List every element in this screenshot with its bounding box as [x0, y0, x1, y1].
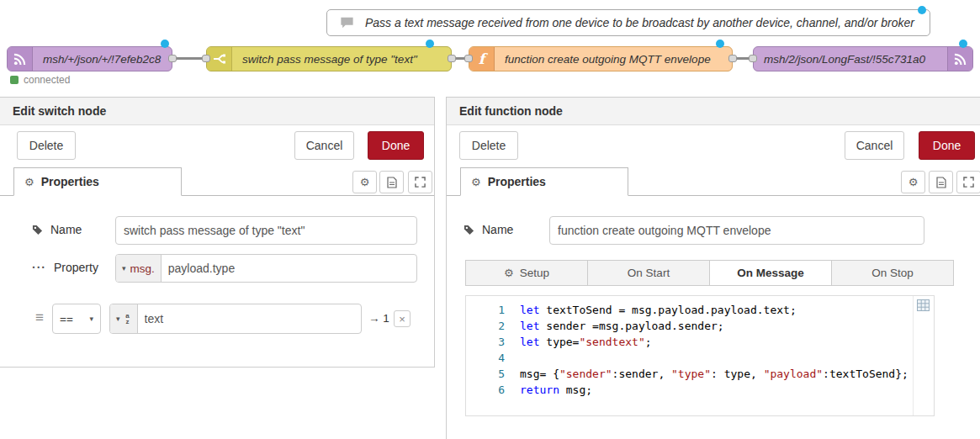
tab-setup-label: Setup: [520, 267, 549, 279]
caret-down-icon: ▾: [116, 315, 120, 323]
caret-down-icon: ▾: [89, 315, 93, 323]
code-line[interactable]: msg= {"sender":sender, "type": type, "pa…: [520, 366, 930, 382]
status-connected-icon: [10, 76, 19, 84]
changed-indicator-dot: [716, 40, 724, 48]
rule-operator-value: ==: [60, 313, 73, 325]
mqtt-out-node-label: msh/2/json/LongFast/!55c731a0: [754, 53, 947, 66]
name-label-text: Name: [50, 223, 82, 236]
mqtt-in-status: connected: [10, 74, 70, 86]
code-line[interactable]: return msg;: [520, 382, 930, 398]
tab-setup[interactable]: ⚙ Setup: [465, 260, 588, 286]
document-icon: [936, 177, 946, 188]
code-lines[interactable]: let textToSend = msg.payload.payload.tex…: [520, 302, 930, 398]
rule-type-button[interactable]: ▾ az: [110, 304, 138, 333]
tab-properties-label: Properties: [488, 175, 546, 188]
switch-editor-panel: Edit switch node Delete Cancel Done ⚙ Pr…: [0, 97, 435, 368]
mqtt-in-node[interactable]: msh/+/json/+/!7efeb2c8: [7, 46, 172, 71]
output-port[interactable]: [728, 55, 737, 62]
rule-value-typed-input[interactable]: ▾ az: [109, 304, 362, 334]
gear-icon: ⚙: [908, 177, 919, 188]
cancel-button[interactable]: Cancel: [845, 131, 904, 160]
tab-on-stop[interactable]: On Stop: [831, 260, 954, 286]
switch-node-label: switch pass message of type "text": [232, 53, 427, 66]
output-port[interactable]: [168, 55, 177, 62]
comment-node-label: Pass a text message received from one de…: [365, 16, 914, 29]
changed-indicator-dot: [959, 40, 967, 48]
switch-node[interactable]: switch pass message of type "text": [206, 46, 452, 71]
name-field-label: Name: [32, 223, 82, 236]
gear-icon: ⚙: [471, 177, 481, 188]
name-input[interactable]: [115, 216, 417, 245]
caret-down-icon: ▾: [122, 265, 126, 272]
drag-handle-icon[interactable]: ≡: [35, 310, 44, 325]
changed-indicator-dot: [161, 40, 169, 48]
description-button[interactable]: [929, 171, 953, 193]
tab-properties[interactable]: ⚙ Properties: [460, 167, 628, 196]
document-icon: [387, 177, 397, 188]
tab-on-message[interactable]: On Message: [709, 260, 832, 286]
delete-button[interactable]: Delete: [459, 131, 518, 160]
editor-divider: [913, 296, 914, 415]
status-text: connected: [24, 74, 70, 86]
property-field-label: ··· Property: [32, 261, 98, 274]
node-settings-button[interactable]: ⚙: [901, 171, 925, 193]
input-port[interactable]: [202, 55, 210, 62]
expand-editor-button[interactable]: [956, 171, 980, 193]
switch-editor-title: Edit switch node: [0, 98, 434, 125]
comment-node[interactable]: Pass a text message received from one de…: [326, 9, 930, 36]
gear-icon: ⚙: [504, 267, 514, 278]
name-input[interactable]: [549, 216, 924, 245]
property-typed-input[interactable]: ▾ msg.: [115, 254, 417, 283]
description-button[interactable]: [379, 171, 404, 193]
tab-on-message-label: On Message: [737, 267, 804, 279]
editor-tabbar: ⚙ Properties ⚙: [0, 167, 434, 196]
mqtt-out-node[interactable]: msh/2/json/LongFast/!55c731a0: [753, 46, 973, 71]
property-label-text: Property: [54, 261, 98, 274]
expand-icon: [963, 177, 974, 188]
mqtt-in-node-label: msh/+/json/+/!7efeb2c8: [33, 53, 171, 66]
node-settings-button[interactable]: ⚙: [352, 171, 377, 193]
input-port[interactable]: [464, 55, 473, 62]
gear-icon: ⚙: [24, 177, 34, 188]
rule-value-input[interactable]: [138, 312, 361, 325]
function-glyph: f: [479, 52, 485, 66]
tab-on-stop-label: On Stop: [871, 267, 914, 279]
ellipsis-icon: ···: [32, 261, 46, 274]
sort-az-icon: az: [124, 313, 131, 325]
switch-icon: [207, 47, 232, 71]
code-line[interactable]: let type="sendtext";: [520, 334, 930, 350]
function-node-label: function create outgoing MQTT envelope: [495, 53, 721, 66]
tag-icon: [464, 225, 474, 235]
name-field-label: Name: [464, 223, 513, 236]
changed-indicator-dot: [426, 40, 434, 48]
tab-properties[interactable]: ⚙ Properties: [13, 167, 182, 196]
code-line[interactable]: let textToSend = msg.payload.payload.tex…: [520, 302, 930, 318]
remove-rule-button[interactable]: ×: [394, 310, 411, 327]
output-port[interactable]: [448, 55, 456, 62]
done-button[interactable]: Done: [368, 131, 424, 160]
cancel-button[interactable]: Cancel: [294, 131, 354, 160]
code-gutter: 123456: [466, 302, 505, 398]
delete-button[interactable]: Delete: [17, 131, 76, 160]
input-port[interactable]: [749, 55, 757, 62]
broadcast-icon: [8, 47, 33, 71]
function-editor-panel: Edit function node Delete Cancel Done ⚙ …: [446, 97, 980, 439]
code-line[interactable]: [520, 350, 930, 366]
code-editor[interactable]: 123456 let textToSend = msg.payload.payl…: [465, 295, 935, 416]
rule-operator-select[interactable]: == ▾: [52, 304, 101, 334]
broadcast-icon: [947, 47, 972, 71]
changed-indicator-dot: [918, 6, 926, 14]
editor-tabbar: ⚙ Properties ⚙: [447, 167, 980, 196]
done-button[interactable]: Done: [919, 131, 975, 160]
tag-icon: [32, 225, 43, 235]
code-line[interactable]: let sender =msg.payload.sender;: [520, 318, 930, 334]
function-node[interactable]: f function create outgoing MQTT envelope: [469, 46, 733, 71]
msg-type-label: msg.: [130, 262, 155, 275]
function-icon: f: [469, 47, 495, 71]
property-value-input[interactable]: [162, 262, 416, 275]
tab-on-start[interactable]: On Start: [587, 260, 710, 286]
expand-editor-button[interactable]: [408, 171, 432, 193]
tab-properties-label: Properties: [41, 175, 99, 188]
gear-icon: ⚙: [360, 177, 370, 188]
property-type-button[interactable]: ▾ msg.: [116, 255, 162, 282]
